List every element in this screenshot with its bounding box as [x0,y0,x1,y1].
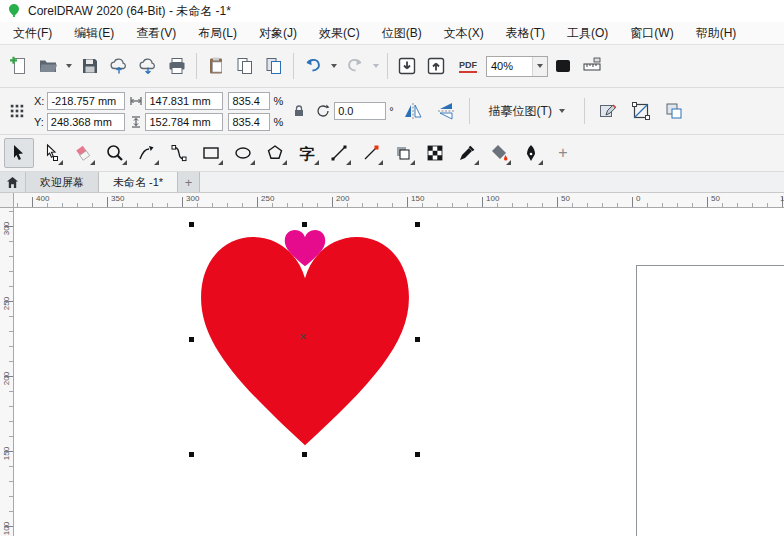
ruler-origin-corner[interactable] [0,193,14,208]
menu-tools[interactable]: 工具(O) [556,21,619,46]
ellipse-tool[interactable] [228,138,258,168]
scale-v-field[interactable] [228,113,270,131]
tab-label: 未命名 -1* [113,175,163,190]
position-group: X: Y: [34,92,125,131]
pick-tool[interactable] [4,138,34,168]
toolbar-separator [387,53,388,79]
menu-help[interactable]: 帮助(H) [685,21,748,46]
interactive-fill-tool[interactable] [484,138,514,168]
more-tools-button[interactable]: + [548,138,578,168]
shadow-tool[interactable] [388,138,418,168]
new-tab-button[interactable]: + [178,172,200,192]
menu-layout[interactable]: 布局(L) [187,21,248,46]
zoom-tool[interactable] [100,138,130,168]
text-tool[interactable]: 字 [292,138,322,168]
undo-button[interactable] [299,52,327,80]
object-height-field[interactable] [145,113,223,131]
fullscreen-icon [553,56,573,76]
small-heart-shape[interactable] [285,230,325,266]
edit-bitmap-button[interactable] [594,97,622,125]
selection-handle-top-right[interactable] [415,222,420,227]
selection-center-mark[interactable]: × [299,330,307,343]
zoom-level-combobox[interactable]: 40% [486,56,548,77]
object-width-field[interactable] [145,92,223,110]
menu-edit[interactable]: 编辑(E) [63,21,125,46]
straighten-image-button[interactable] [627,97,655,125]
cloud-upload-button[interactable] [105,52,133,80]
selection-handle-bottom-center[interactable] [302,452,307,457]
menu-bar: 文件(F) 编辑(E) 查看(V) 布局(L) 对象(J) 效果(C) 位图(B… [0,22,784,45]
menu-view[interactable]: 查看(V) [125,21,187,46]
scale-h-field[interactable] [228,92,270,110]
menu-file[interactable]: 文件(F) [2,21,63,46]
eyedropper-tool[interactable] [452,138,482,168]
menu-object[interactable]: 对象(J) [248,21,308,46]
paste-button[interactable] [202,52,230,80]
redo-dropdown-button[interactable] [370,52,382,80]
export-button[interactable] [422,52,450,80]
drawing-canvas[interactable]: × [14,208,784,536]
import-button[interactable] [393,52,421,80]
zoom-dropdown-button[interactable] [532,57,547,76]
chevron-down-icon [559,109,565,113]
dimension-tool[interactable] [356,138,386,168]
menu-effects[interactable]: 效果(C) [308,21,371,46]
selection-handle-bottom-right[interactable] [415,452,420,457]
undo-dropdown-button[interactable] [328,52,340,80]
selection-handle-bottom-left[interactable] [189,452,194,457]
pdf-export-button[interactable]: PDF [451,52,485,80]
open-dropdown-button[interactable] [63,52,75,80]
horizontal-ruler[interactable]: 400 350 300 250 200 150 100 50 0 50 100 [14,193,784,208]
eraser-tool[interactable] [68,138,98,168]
polygon-tool[interactable] [260,138,290,168]
selection-handle-top-left[interactable] [189,222,194,227]
transparency-tool[interactable] [420,138,450,168]
small-heart-object[interactable] [283,228,327,268]
open-document-button[interactable] [34,52,62,80]
object-position-grid[interactable] [5,92,29,130]
selection-handle-middle-left[interactable] [189,337,194,342]
home-button[interactable] [0,172,26,192]
width-icon [130,95,142,107]
menu-table[interactable]: 表格(T) [495,21,556,46]
cloud-download-button[interactable] [134,52,162,80]
mirror-vertical-button[interactable] [432,97,460,125]
rotation-field[interactable] [334,102,386,120]
freehand-tool[interactable] [132,138,162,168]
copy-button[interactable] [231,52,259,80]
x-position-field[interactable] [47,92,125,110]
mirror-horizontal-button[interactable] [399,97,427,125]
y-position-field[interactable] [47,113,125,131]
cloud-upload-icon [109,56,129,76]
rectangle-tool[interactable] [196,138,226,168]
duplicate-button[interactable] [260,52,288,80]
size-group [130,92,223,131]
connector-tool[interactable] [324,138,354,168]
save-button[interactable] [76,52,104,80]
show-rulers-button[interactable] [578,52,606,80]
ruler-label: 400 [36,194,49,203]
outline-pen-tool[interactable] [516,138,546,168]
bezier-tool[interactable] [164,138,194,168]
redo-button[interactable] [341,52,369,80]
fullscreen-preview-button[interactable] [549,52,577,80]
import-icon [397,56,417,76]
menu-bitmaps[interactable]: 位图(B) [371,21,433,46]
tab-untitled-document[interactable]: 未命名 -1* [99,172,178,192]
ruler-row: 400 350 300 250 200 150 100 50 0 50 100 [0,193,784,208]
menu-window[interactable]: 窗口(W) [619,21,684,46]
chevron-down-icon [331,64,337,68]
print-button[interactable] [163,52,191,80]
text-tool-icon: 字 [300,146,315,161]
lock-ratio-button[interactable] [288,92,310,130]
flyout-indicator [250,160,255,165]
menu-text[interactable]: 文本(X) [433,21,495,46]
selection-handle-middle-right[interactable] [415,337,420,342]
position-size-button[interactable] [660,97,688,125]
selection-handle-top-center[interactable] [302,222,307,227]
new-document-button[interactable] [5,52,33,80]
trace-bitmap-button[interactable]: 描摹位图(T) [479,98,575,125]
vertical-ruler[interactable]: 300 250 200 150 100 [0,208,14,536]
tab-welcome-screen[interactable]: 欢迎屏幕 [26,172,99,192]
shape-tool[interactable] [36,138,66,168]
